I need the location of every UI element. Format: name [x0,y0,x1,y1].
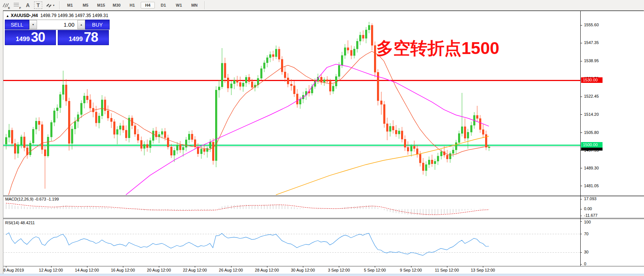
price-tick-label: 1481.05 [584,184,599,188]
ma-fast-line [6,51,489,203]
candle [248,77,250,82]
candle [359,35,361,41]
lot-decrease-button[interactable]: ▼ [29,20,37,29]
candle [371,25,373,46]
candle [128,118,130,138]
candle [296,94,298,104]
candle [65,85,67,101]
date-tick-label: 22 Aug 12:00 [183,268,207,272]
rsi-panel[interactable] [3,233,580,255]
candle [455,142,457,150]
symbol-name: XAUUSD-,H4 [11,13,38,18]
candle [92,108,94,112]
candle [83,96,85,103]
sell-price-quote[interactable]: 1499 30 [5,30,56,45]
candle [161,131,163,134]
candle [143,144,145,148]
candle [8,130,10,138]
candle [209,142,211,148]
candle [14,144,16,154]
candle [416,149,418,154]
candle [68,101,70,143]
resistance-price-tag: 1530.00 [581,77,603,83]
macd-panel[interactable] [6,203,489,215]
price-tick-label: 1514.20 [584,112,599,117]
candle [188,134,190,140]
candle [50,122,52,137]
expander-triangle-icon[interactable]: ▲ [6,14,9,18]
candle [41,125,43,149]
candle [11,130,13,144]
candle [482,129,484,134]
candle [470,125,472,132]
candle [362,35,364,38]
date-tick-label: 3 Sep 12:00 [328,268,350,272]
candle [383,104,385,124]
rsi-scale-label: 0 [584,262,586,266]
buy-price-quote[interactable]: 1499 78 [58,30,109,45]
mt4-window: E F A T ▾ M1M5M15M30H1H4D1W1MN ▲XAUUSD-, [0,0,644,276]
candle [329,81,331,91]
buy-price-big: 78 [84,31,98,44]
candle [35,121,37,129]
candle [218,87,220,90]
candle [326,80,328,81]
candle [275,49,277,57]
macd-label: MACD(12,26,9) -0.673 -1.199 [5,197,59,201]
candle [380,101,382,104]
candle [458,134,460,143]
candle [278,49,280,59]
candle [200,149,202,154]
candle [434,161,436,164]
candle [407,147,409,151]
candle [224,63,226,78]
date-tick-label: 11 Sep 12:00 [435,268,459,272]
candle [353,49,355,55]
candle [485,134,487,147]
sell-price-big: 30 [31,31,45,44]
candle [338,65,340,77]
candle [272,54,274,57]
candle [95,112,97,123]
ma-mid-line [126,64,489,195]
candle [290,84,292,86]
candle [149,141,151,148]
candle [179,145,181,150]
date-tick-label: 28 Aug 12:00 [255,268,279,272]
support-price-tag: 1500.00 [581,142,603,148]
macd-scale-label: -11.677 [584,213,598,218]
candle [341,55,343,65]
candle [113,122,115,134]
candle [5,137,7,144]
chart-annotation-text[interactable]: 多空转折点1500 [376,37,499,60]
candle [80,103,82,115]
candle [146,144,148,148]
candle [266,58,268,63]
lot-increase-button[interactable]: ▲ [77,20,85,29]
candle [368,25,370,30]
candle [350,50,352,56]
candle [233,80,235,84]
candle [365,30,367,38]
sell-button[interactable]: SELL [5,20,29,30]
candle [74,121,76,129]
candle [398,131,400,134]
candle [374,46,376,72]
date-tick-label: 20 Aug 12:00 [147,268,171,272]
candle [182,147,184,150]
candle [44,149,46,156]
candle [269,54,271,57]
candle [185,140,187,147]
lot-size-input[interactable] [37,20,77,29]
rsi-scale-label: 70 [584,232,588,236]
one-click-trading-panel: SELL ▼ ▲ BUY 1499 30 1499 78 [5,20,110,45]
candle [239,83,241,87]
candle [281,59,283,72]
candle [167,138,169,147]
candle [299,99,301,104]
buy-button[interactable]: BUY [85,20,110,30]
candle [227,78,229,88]
rsi-line [6,233,489,255]
candle [479,118,481,129]
candle [461,127,463,134]
